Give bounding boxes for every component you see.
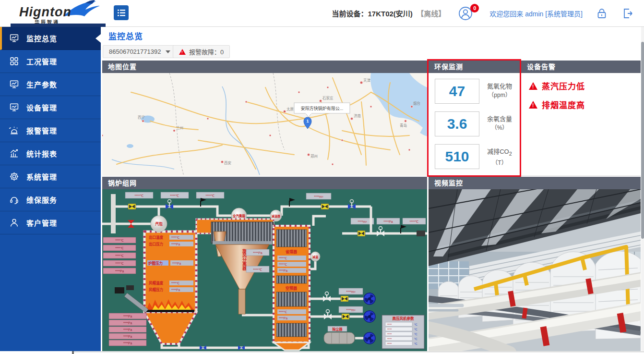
svg-text:减温器: 减温器 <box>272 214 281 218</box>
svg-text:****℃: ****℃ <box>171 236 179 239</box>
headset-icon <box>9 195 19 205</box>
welcome-text: 欢迎您回来 <box>489 10 523 18</box>
alert-text: 排烟温度高 <box>542 98 585 110</box>
horizontal-scrollbar-thumb[interactable] <box>72 351 74 354</box>
svg-text:安阳方快锅炉有限公...: 安阳方快锅炉有限公... <box>301 106 344 111</box>
metric-nox: 47 氮氧化物 （ppm） <box>429 79 520 106</box>
svg-text:℃: ℃ <box>414 342 417 345</box>
horizontal-scrollbar[interactable] <box>72 352 644 354</box>
boiler-scada-diagram: ****℃ ****℃ ****℃ ****m³ ****m³ ****Pa *… <box>102 189 427 351</box>
left-bottom-sensor-stack: ****Pa ****Pa ****Pa ****Pa ****Pa <box>109 313 146 346</box>
top-bar: Hignton 华辰智通 当前设备：17KT02(安川) 【离线】 <box>0 0 644 27</box>
svg-text:郑州: 郑州 <box>310 154 318 159</box>
attemperator2-ball: 减温 <box>310 252 320 261</box>
app-root: Hignton 华辰智通 当前设备：17KT02(安川) 【离线】 <box>0 0 644 354</box>
vertical-scrollbar[interactable] <box>641 27 644 351</box>
svg-text:风帽压力: 风帽压力 <box>149 287 163 292</box>
metric-oxygen-value: 3.6 <box>435 111 479 136</box>
logo: Hignton 华辰智通 <box>7 1 101 24</box>
svg-text:出口压力: 出口压力 <box>149 242 163 246</box>
svg-text:****Pa: ****Pa <box>115 269 124 273</box>
sidebar-item-statistics[interactable]: 统计报表 <box>0 142 101 165</box>
svg-text:℃: ℃ <box>414 333 417 336</box>
metric-co2-value: 510 <box>435 144 479 169</box>
svg-text:减温: 减温 <box>312 255 318 259</box>
svg-text:****Pa: ****Pa <box>123 335 132 338</box>
svg-text:℃: ℃ <box>414 338 417 341</box>
svg-text:****: **** <box>387 328 392 331</box>
sidebar-item-condition-mgmt[interactable]: 工况管理 <box>0 50 101 73</box>
sidebar-toggle-button[interactable] <box>114 5 129 20</box>
sidebar-item-label: 系统管理 <box>26 171 57 182</box>
economizer-airpreheater-column: 省煤器 ****℃ ****℃ ****Pa 空预器 ****℃ ****Pa <box>274 226 310 350</box>
metric-oxygen-label: 余氧含量 （%） <box>481 114 518 133</box>
svg-text:****Pa: ****Pa <box>123 342 132 345</box>
svg-text:西安: 西安 <box>224 160 231 165</box>
svg-text:出口温度: 出口温度 <box>149 235 163 240</box>
svg-text:****Pa: ****Pa <box>123 315 132 318</box>
svg-text:****℃: ****℃ <box>171 281 179 285</box>
sidebar-item-customer-mgmt[interactable]: 客户管理 <box>0 211 101 234</box>
sidebar-item-production-params[interactable]: 生产参数 <box>0 73 101 96</box>
alert-item: 蒸汽压力低 <box>529 80 641 92</box>
alarm-fault-chip[interactable]: 报警故障：0 <box>173 45 230 58</box>
svg-text:****℃: ****℃ <box>206 194 215 197</box>
hamburger-icon <box>117 9 126 17</box>
device-label: 当前设备：17KT02(安川) <box>332 10 412 18</box>
alert-triangle-icon <box>529 82 537 90</box>
svg-text:****Pa: ****Pa <box>171 243 180 246</box>
topbar-right-cluster: 当前设备：17KT02(安川) 【离线】 0 欢迎您回来 admin [系统管理… <box>332 0 634 26</box>
warning-triangle-icon <box>179 49 186 55</box>
sidebar-item-monitor-overview[interactable]: 监控总览 <box>0 27 101 50</box>
map-panel-title: 地图位置 <box>102 61 427 73</box>
sidebar-item-label: 客户管理 <box>26 218 57 228</box>
notification-badge: 0 <box>470 4 479 12</box>
svg-text:****Pa: ****Pa <box>172 262 181 265</box>
svg-text:兰州: 兰州 <box>176 125 183 130</box>
lock-screen-button[interactable] <box>595 7 608 20</box>
svg-text:高压风机参数: 高压风机参数 <box>393 316 414 321</box>
sidebar-item-alarm-mgmt[interactable]: 报警管理 <box>0 119 101 142</box>
chevron-down-icon <box>166 50 170 53</box>
monitor-device-icon <box>9 102 19 113</box>
svg-text:石家庄: 石家庄 <box>322 96 334 100</box>
video-monitor-panel: 视频监控 <box>429 177 641 351</box>
svg-text:℃: ℃ <box>414 323 417 326</box>
sidebar-item-label: 报警管理 <box>26 125 57 135</box>
notification-user[interactable]: 0 <box>458 6 477 21</box>
monitor-overview-icon <box>9 33 19 44</box>
svg-text:****Pa: ****Pa <box>383 220 393 223</box>
lock-icon <box>596 7 608 20</box>
sidebar-item-maintenance[interactable]: 维保服务 <box>0 188 101 211</box>
boiler-panel-title: 锅炉组网 <box>102 177 427 189</box>
svg-text:****: **** <box>387 338 392 341</box>
gear-icon <box>9 171 19 182</box>
person-icon <box>9 218 19 228</box>
device-select-dropdown[interactable]: 865067021771392 <box>103 45 177 58</box>
logout-icon <box>621 7 634 20</box>
metric-co2: 510 减排CO2 （T） <box>429 144 520 171</box>
logout-button[interactable] <box>621 7 634 20</box>
map-canvas[interactable]: 西宁 兰州 西安 太原 石家庄 天津 济南 青岛 烟台 郑州 安阳方快锅炉有限公… <box>102 73 427 176</box>
vertical-scrollbar-thumb[interactable] <box>641 42 644 239</box>
svg-text:****Pa: ****Pa <box>123 328 132 331</box>
furnace: 出口温度 ****℃ 出口压力 ****Pa 炉膛压力 ****Pa 风帽温度 … <box>144 232 196 344</box>
svg-text:风帽温度: 风帽温度 <box>149 281 163 285</box>
sidebar-item-label: 生产参数 <box>26 79 57 89</box>
sidebar-item-label: 监控总览 <box>26 33 57 43</box>
sidebar-item-device-mgmt[interactable]: 设备管理 <box>0 96 101 119</box>
svg-text:****℃: ****℃ <box>115 262 123 265</box>
sidebar-item-system-mgmt[interactable]: 系统管理 <box>0 165 101 188</box>
svg-text:****℃: ****℃ <box>279 256 287 260</box>
svg-text:****℃: ****℃ <box>410 220 419 223</box>
svg-text:炉膛压力: 炉膛压力 <box>148 261 163 266</box>
steam-drum: 汽包 <box>151 216 167 232</box>
env-panel-title: 环保监测 <box>429 61 520 73</box>
svg-text:****℃: ****℃ <box>115 246 123 250</box>
svg-text:天津: 天津 <box>363 78 370 83</box>
logo-text: Hignton <box>19 5 72 20</box>
grid-icon <box>9 56 19 67</box>
svg-text:****Pa: ****Pa <box>171 288 180 292</box>
env-panel: 环保监测 47 氮氧化物 （ppm） 3.6 余氧含量 （%） 510 减排CO… <box>429 61 520 176</box>
sidebar-item-label: 维保服务 <box>26 195 57 205</box>
